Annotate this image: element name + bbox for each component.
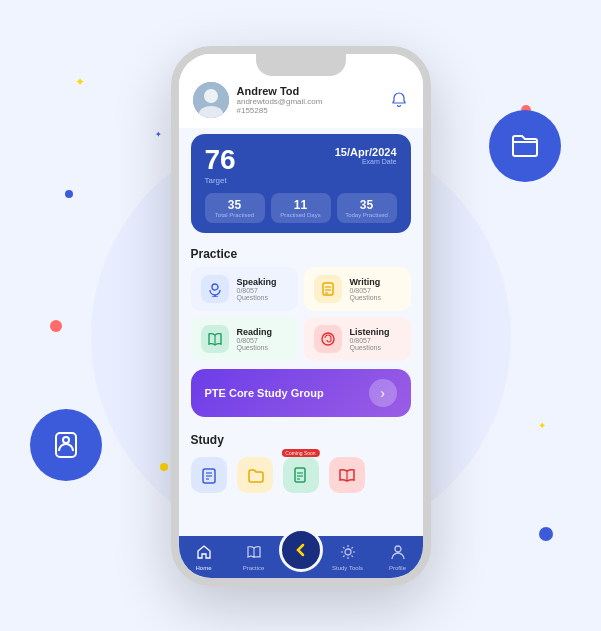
svg-point-1 <box>63 437 69 443</box>
star-mid-left: ✦ <box>155 130 162 139</box>
dot-blue-bottom <box>539 527 553 541</box>
svg-point-25 <box>395 546 401 552</box>
study-icons-row: Coming Soon <box>179 453 423 499</box>
phone-screen: Andrew Tod andrewtods@gmail.com #155285 … <box>179 54 423 578</box>
stat-days-value: 11 <box>275 198 327 212</box>
stat-today-value: 35 <box>341 198 393 212</box>
score-section: 76 Target <box>205 146 236 185</box>
practice-card-writing[interactable]: Writing 0/8057 Questions <box>304 267 411 311</box>
writing-name: Writing <box>350 277 401 287</box>
phone-notch <box>256 54 346 76</box>
reading-text: Reading 0/8057 Questions <box>237 327 288 351</box>
speaking-count: 0/8057 Questions <box>237 287 288 301</box>
writing-count: 0/8057 Questions <box>350 287 401 301</box>
person-bubble-icon <box>48 427 84 463</box>
person-bubble <box>30 409 102 481</box>
score-card-top: 76 Target 15/Apr/2024 Exam Date <box>205 146 397 185</box>
dot-red-mid <box>50 320 62 332</box>
practice-card-listening[interactable]: Listening 0/8057 Questions <box>304 317 411 361</box>
nav-item-practice[interactable]: Practice <box>229 544 279 571</box>
nav-study-tools-label: Study Tools <box>332 565 363 571</box>
bell-icon[interactable] <box>389 90 409 110</box>
practice-grid: Speaking 0/8057 Questions Writing 0/8057… <box>179 267 423 361</box>
nav-item-study-tools[interactable]: Study Tools <box>323 544 373 571</box>
header-info: Andrew Tod andrewtods@gmail.com #155285 <box>237 85 381 115</box>
svg-point-3 <box>204 89 218 103</box>
listening-name: Listening <box>350 327 401 337</box>
stat-today: 35 Today Practised <box>337 193 397 223</box>
score-stats: 35 Total Practised 11 Practised Days 35 … <box>205 193 397 223</box>
listening-text: Listening 0/8057 Questions <box>350 327 401 351</box>
speaking-name: Speaking <box>237 277 288 287</box>
stat-total-label: Total Practised <box>209 212 261 218</box>
exam-date-label: Exam Date <box>335 158 397 165</box>
svg-point-24 <box>345 549 351 555</box>
dot-blue-left <box>65 190 73 198</box>
stat-days: 11 Practised Days <box>271 193 331 223</box>
user-id: #155285 <box>237 106 381 115</box>
stat-today-label: Today Practised <box>341 212 393 218</box>
writing-icon <box>314 275 342 303</box>
study-group-banner[interactable]: PTE Core Study Group › <box>191 369 411 417</box>
practice-section-title: Practice <box>179 239 423 267</box>
writing-text: Writing 0/8057 Questions <box>350 277 401 301</box>
avatar <box>193 82 229 118</box>
bottom-nav: Home Practice <box>179 536 423 578</box>
reading-name: Reading <box>237 327 288 337</box>
study-icon-clipboard[interactable] <box>191 457 227 493</box>
svg-point-5 <box>212 284 218 290</box>
listening-icon <box>314 325 342 353</box>
practice-card-reading[interactable]: Reading 0/8057 Questions <box>191 317 298 361</box>
practice-nav-icon <box>246 544 262 563</box>
study-tools-nav-icon <box>340 544 356 563</box>
score-card: 76 Target 15/Apr/2024 Exam Date 35 Total… <box>191 134 411 233</box>
reading-count: 0/8057 Questions <box>237 337 288 351</box>
phone-frame: Andrew Tod andrewtods@gmail.com #155285 … <box>171 46 431 586</box>
stat-total: 35 Total Practised <box>205 193 265 223</box>
nav-item-profile[interactable]: Profile <box>373 544 423 571</box>
star-top-left: ✦ <box>75 75 85 89</box>
home-icon <box>196 544 212 563</box>
coming-soon-badge: Coming Soon <box>281 449 319 457</box>
study-icon-document[interactable]: Coming Soon <box>283 457 319 493</box>
star-bottom-right: ✦ <box>538 420 546 431</box>
dot-yellow <box>160 463 168 471</box>
stat-days-label: Practised Days <box>275 212 327 218</box>
exam-date-section: 15/Apr/2024 Exam Date <box>335 146 397 165</box>
svg-rect-18 <box>295 468 305 482</box>
study-icon-folder[interactable] <box>237 457 273 493</box>
study-group-arrow: › <box>369 379 397 407</box>
listening-count: 0/8057 Questions <box>350 337 401 351</box>
folder-bubble-icon <box>507 128 543 164</box>
stat-total-value: 35 <box>209 198 261 212</box>
practice-card-speaking[interactable]: Speaking 0/8057 Questions <box>191 267 298 311</box>
nav-center-button[interactable] <box>279 528 323 572</box>
score-number: 76 <box>205 146 236 174</box>
exam-date-value: 15/Apr/2024 <box>335 146 397 158</box>
reading-icon <box>201 325 229 353</box>
folder-bubble <box>489 110 561 182</box>
nav-home-label: Home <box>195 565 211 571</box>
score-label: Target <box>205 176 236 185</box>
profile-nav-icon <box>390 544 406 563</box>
speaking-text: Speaking 0/8057 Questions <box>237 277 288 301</box>
nav-item-home[interactable]: Home <box>179 544 229 571</box>
study-icon-book[interactable] <box>329 457 365 493</box>
nav-practice-label: Practice <box>243 565 265 571</box>
avatar-image <box>193 82 229 118</box>
study-group-text: PTE Core Study Group <box>205 387 324 399</box>
speaking-icon <box>201 275 229 303</box>
user-email: andrewtods@gmail.com <box>237 97 381 106</box>
user-name: Andrew Tod <box>237 85 381 97</box>
nav-profile-label: Profile <box>389 565 406 571</box>
